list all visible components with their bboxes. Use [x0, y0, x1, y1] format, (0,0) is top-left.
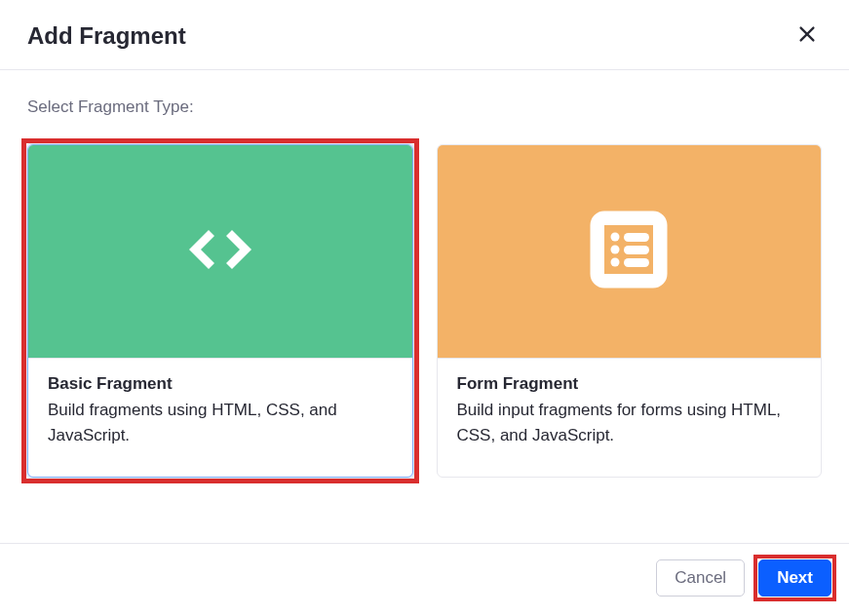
card-form-fragment[interactable]: Form Fragment Build input fragments for … [437, 144, 823, 478]
svg-rect-7 [624, 246, 649, 254]
svg-point-6 [611, 246, 620, 254]
card-basic-fragment[interactable]: Basic Fragment Build fragments using HTM… [27, 144, 413, 478]
card-wrap-form: Form Fragment Build input fragments for … [437, 144, 823, 478]
card-form-info: Form Fragment Build input fragments for … [438, 358, 822, 477]
add-fragment-modal: Add Fragment Select Fragment Type: [0, 0, 849, 616]
svg-point-4 [611, 233, 620, 242]
close-button[interactable] [792, 19, 822, 52]
modal-body: Select Fragment Type: Basic Fragment [0, 70, 849, 543]
card-basic-image [28, 145, 412, 358]
fragment-type-cards: Basic Fragment Build fragments using HTM… [27, 144, 822, 478]
modal-header: Add Fragment [0, 0, 849, 70]
card-basic-title: Basic Fragment [48, 374, 393, 394]
card-basic-description: Build fragments using HTML, CSS, and Jav… [48, 398, 393, 449]
next-button[interactable]: Next [758, 559, 831, 597]
card-form-description: Build input fragments for forms using HT… [457, 398, 802, 449]
card-form-title: Form Fragment [457, 374, 802, 394]
svg-point-8 [611, 258, 620, 267]
section-label: Select Fragment Type: [27, 97, 822, 117]
card-wrap-basic: Basic Fragment Build fragments using HTM… [27, 144, 413, 478]
close-icon [796, 33, 818, 48]
code-icon [179, 224, 261, 279]
card-basic-info: Basic Fragment Build fragments using HTM… [28, 358, 412, 477]
form-list-icon [587, 208, 671, 295]
next-button-wrap: Next [758, 559, 831, 597]
card-form-image [438, 145, 822, 358]
modal-footer: Cancel Next [0, 543, 849, 616]
svg-rect-5 [624, 233, 649, 242]
modal-title: Add Fragment [27, 22, 186, 50]
svg-rect-9 [624, 258, 649, 267]
cancel-button[interactable]: Cancel [656, 559, 745, 597]
